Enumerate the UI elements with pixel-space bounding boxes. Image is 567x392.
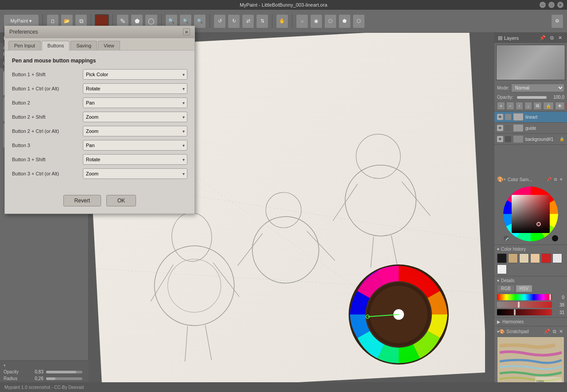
btn-circle2[interactable]: ◉ (310, 14, 322, 28)
layer-type-lineart (505, 114, 511, 120)
layers-title: Layers (504, 35, 538, 41)
layer-thumb-guide (513, 124, 524, 132)
color-swatch-4[interactable] (541, 253, 551, 263)
visibility-button[interactable]: 👁 (555, 102, 565, 110)
flip-v-button[interactable]: ⇅ (256, 14, 268, 28)
svg-point-1 (167, 258, 222, 314)
move-down-button[interactable]: ↓ (524, 102, 532, 110)
prefs-label-3: Button 2 + Shift (12, 114, 83, 120)
close-button[interactable]: ✕ (557, 2, 563, 8)
opacity-label: Opacity: (497, 95, 513, 100)
svg-line-10 (402, 180, 430, 217)
prefs-section-title: Pen and mouse button mappings (12, 58, 187, 64)
prefs-select-2[interactable]: Straight Line Pick Color Pan Rotate Zoom… (83, 97, 187, 108)
preferences-tabs: Pen Input Buttons Saving View (5, 38, 194, 50)
scratchpad-pin-button[interactable]: 📌 (543, 328, 551, 335)
layer-opacity-slider[interactable] (517, 96, 547, 99)
layers-float-button[interactable]: ⧉ (549, 35, 555, 41)
layer-vis-guide[interactable]: 👁 (497, 125, 503, 131)
layer-vis-lineart[interactable]: 👁 (497, 114, 503, 120)
radius-slider[interactable] (46, 377, 82, 380)
color-wheel-overlay[interactable] (348, 264, 450, 365)
maximize-button[interactable]: □ (548, 2, 555, 8)
color-swatch-0[interactable] (497, 253, 507, 263)
opacity-slider[interactable] (46, 371, 82, 373)
val-slider[interactable] (497, 309, 552, 315)
color-sampler-close-button[interactable]: ✕ (558, 177, 564, 182)
btn-tool3[interactable]: ⬡ (353, 14, 365, 28)
layers-close-button[interactable]: ✕ (557, 35, 563, 41)
rotate-cw-button[interactable]: ↻ (228, 14, 240, 28)
layer-thumb-bg (513, 135, 524, 143)
prefs-select-wrapper-4: Straight Line Pick Color Pan Rotate Zoom… (83, 126, 187, 136)
tab-rgb[interactable]: RGB (497, 285, 515, 292)
prefs-select-wrapper-1: Straight Line Pick Color Pan Rotate Zoom… (83, 83, 187, 94)
prefs-select-5[interactable]: Straight Line Pick Color Pan Rotate Zoom… (83, 140, 187, 151)
tab-view[interactable]: View (98, 41, 120, 50)
details-panel: ▾ Details RGB HSV 0 38 (494, 276, 567, 318)
ok-button[interactable]: OK (106, 195, 136, 206)
zoom-reset-button[interactable]: 🔍 (194, 14, 206, 28)
hand-tool-button[interactable]: ✋ (276, 14, 288, 28)
duplicate-layer-button[interactable]: ⧉ (533, 102, 542, 110)
prefs-select-4[interactable]: Straight Line Pick Color Pan Rotate Zoom… (83, 126, 187, 136)
prefs-select-0[interactable]: Straight Line Pick Color Pan Rotate Zoom… (83, 69, 187, 80)
minimize-button[interactable]: ─ (540, 2, 546, 8)
radius-row: Radius 0,26 (4, 376, 85, 381)
right-panel: ▤ Layers 📌 ⧉ ✕ Mode: Normal Multiply Scr… (494, 33, 567, 392)
prefs-label-5: Button 3 (12, 143, 83, 148)
tab-hsv[interactable]: HSV (516, 285, 533, 292)
mode-label: Mode: (497, 85, 509, 90)
settings-button[interactable]: ⚙ (551, 14, 563, 28)
btn-circle1[interactable]: ○ (296, 14, 308, 28)
svg-point-2 (171, 212, 213, 263)
opacity-value: 100,0 (550, 95, 564, 100)
scratchpad-area[interactable]: notes Bunny (497, 337, 564, 390)
scratchpad-float-button[interactable]: ⧉ (551, 328, 558, 335)
prefs-select-1[interactable]: Straight Line Pick Color Pan Rotate Zoom… (83, 83, 187, 94)
prefs-row-7: Button 3 + Ctrl (or Alt) Straight Line P… (12, 168, 187, 179)
layers-pin-button[interactable]: 📌 (538, 35, 547, 41)
harmonies-title: Harmonies (502, 319, 524, 324)
color-swatch-5[interactable] (552, 253, 562, 263)
preferences-close-button[interactable]: ✕ (183, 28, 190, 35)
move-up-button[interactable]: ↑ (516, 102, 523, 110)
tab-saving[interactable]: Saving (70, 41, 97, 50)
remove-layer-button[interactable]: − (506, 102, 514, 110)
prefs-select-7[interactable]: Straight Line Pick Color Pan Rotate Zoom… (83, 168, 187, 179)
harmonies-header[interactable]: ▶ Harmonies (497, 319, 564, 324)
sat-slider[interactable] (497, 302, 552, 308)
mode-select[interactable]: Normal Multiply Screen Overlay (511, 84, 564, 92)
revert-button[interactable]: Revert (63, 195, 101, 206)
flip-h-button[interactable]: ⇄ (242, 14, 254, 28)
radius-slider-fill (46, 377, 55, 380)
add-layer-button[interactable]: + (497, 102, 505, 110)
expand-brush-props[interactable]: ▾ (4, 363, 85, 368)
layer-preview (496, 45, 565, 80)
tab-buttons[interactable]: Buttons (42, 41, 70, 50)
radius-value: 0,26 (28, 376, 43, 381)
prefs-select-6[interactable]: Straight Line Pick Color Pan Rotate Zoom… (83, 154, 187, 165)
scratchpad-close-button[interactable]: ✕ (558, 328, 564, 335)
layer-vis-bg[interactable]: 👁 (497, 136, 503, 142)
prefs-select-3[interactable]: Straight Line Pick Color Pan Rotate Zoom… (83, 112, 187, 122)
color-sampler-pin-button[interactable]: 📌 (545, 177, 553, 182)
color-swatch-1[interactable] (508, 253, 518, 263)
color-swatch-2[interactable] (519, 253, 529, 263)
btn-tool1[interactable]: ⬠ (324, 14, 337, 28)
tab-pen-input[interactable]: Pen Input (8, 41, 41, 50)
color-swatch-6[interactable] (497, 264, 507, 274)
layer-item-lineart[interactable]: 👁 lineart (494, 112, 567, 123)
layer-item-guide[interactable]: 👁 guide (494, 123, 567, 134)
color-sampler-float-button[interactable]: ⧉ (553, 177, 558, 182)
btn-tool2[interactable]: ⬟ (338, 14, 351, 28)
layer-item-background[interactable]: 👁 background#1 🔒 (494, 134, 567, 145)
hue-slider[interactable] (497, 294, 552, 300)
rotate-ccw-button[interactable]: ↺ (214, 14, 226, 28)
window-title: MyPaint - LittleBotBunny_003-lineart.ora (240, 2, 327, 8)
prefs-select-wrapper-5: Straight Line Pick Color Pan Rotate Zoom… (83, 140, 187, 151)
details-expand: ▾ (497, 278, 499, 283)
color-wheel-container[interactable]: 💉 (502, 185, 559, 243)
color-swatch-3[interactable] (530, 253, 540, 263)
lock-layer-button[interactable]: 🔒 (543, 102, 554, 110)
